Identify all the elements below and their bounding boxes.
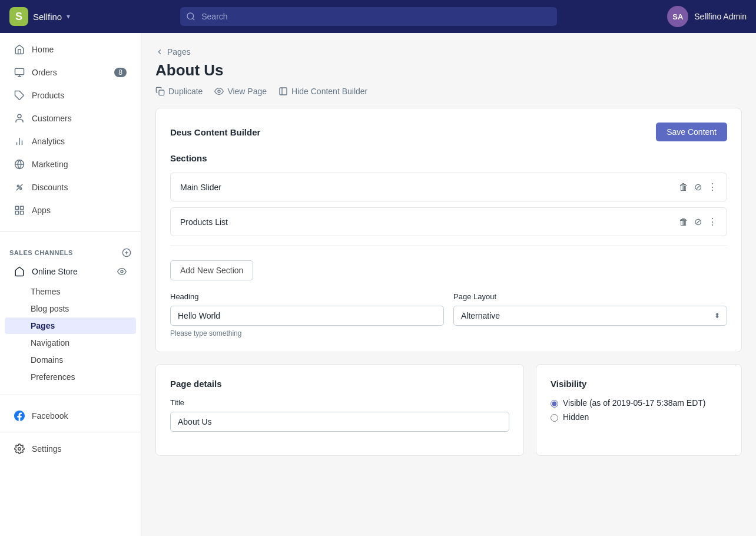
page-actions: Duplicate View Page Hide Content Builder [155, 87, 742, 96]
delete-main-slider-icon[interactable]: 🗑 [679, 182, 688, 193]
layout: Home Orders 8 Products Customers Analyti… [0, 33, 756, 536]
svg-rect-24 [159, 90, 164, 95]
sidebar-item-settings[interactable]: Settings [5, 438, 136, 460]
search-icon [186, 12, 195, 21]
visibility-main-slider-icon[interactable]: ⊘ [694, 181, 702, 193]
title-field-group: Title [170, 398, 509, 432]
settings-icon [14, 444, 25, 454]
sidebar-item-pages[interactable]: Pages [5, 317, 136, 334]
online-store-icon [14, 266, 25, 277]
sidebar-item-products[interactable]: Products [5, 84, 136, 107]
visibility-visible-label: Visible (as of 2019-05-17 5:38am EDT) [563, 398, 706, 408]
sidebar-item-marketing[interactable]: Marketing [5, 153, 136, 176]
sidebar-label-home: Home [32, 45, 54, 54]
duplicate-button[interactable]: Duplicate [155, 87, 203, 96]
sidebar-item-blog-posts[interactable]: Blog posts [5, 300, 136, 317]
section-row-main-slider: Main Slider 🗑 ⊘ ⋮ [170, 173, 727, 201]
apps-icon [14, 205, 25, 216]
breadcrumb[interactable]: Pages [155, 47, 742, 57]
svg-rect-26 [280, 88, 287, 95]
sidebar: Home Orders 8 Products Customers Analyti… [0, 33, 141, 536]
section-row-products-list: Products List 🗑 ⊘ ⋮ [170, 207, 727, 236]
sidebar-label-products: Products [32, 91, 64, 100]
orders-badge: 8 [114, 68, 127, 77]
visibility-title: Visibility [551, 379, 727, 389]
view-page-label: View Page [227, 87, 267, 96]
brand-chevron-icon[interactable]: ▾ [67, 12, 70, 21]
search-input[interactable] [180, 7, 557, 26]
sidebar-label-customers: Customers [32, 114, 72, 123]
sidebar-label-analytics: Analytics [32, 137, 65, 146]
page-details-title: Page details [170, 379, 509, 389]
svg-line-1 [193, 18, 194, 20]
section-name-products-list: Products List [180, 217, 228, 227]
customers-icon [14, 113, 25, 124]
visibility-radio-hidden[interactable] [551, 414, 558, 422]
builder-header: Deus Content Builder Save Content [170, 123, 727, 141]
sidebar-item-online-store[interactable]: Online Store [5, 260, 136, 283]
duplicate-icon [155, 87, 165, 96]
sidebar-footer: Settings [0, 432, 141, 465]
hide-builder-icon [278, 87, 288, 96]
visibility-radio-group: Visible (as of 2019-05-17 5:38am EDT) Hi… [551, 398, 727, 422]
sidebar-item-apps[interactable]: Apps [5, 199, 136, 221]
svg-point-25 [218, 90, 220, 92]
shopify-logo: S [9, 7, 28, 26]
sections-label: Sections [170, 153, 727, 163]
orders-icon [14, 67, 25, 78]
main-content: Pages About Us Duplicate View Page Hide … [141, 33, 756, 536]
back-arrow-icon [155, 48, 164, 56]
svg-point-0 [187, 13, 194, 19]
sidebar-item-analytics[interactable]: Analytics [5, 130, 136, 153]
visibility-hidden-label: Hidden [563, 412, 589, 422]
hide-builder-label: Hide Content Builder [291, 87, 367, 96]
search-container [180, 7, 557, 26]
view-page-button[interactable]: View Page [214, 87, 267, 96]
visibility-option-hidden: Hidden [551, 412, 727, 422]
sidebar-item-home[interactable]: Home [5, 38, 136, 61]
sidebar-item-preferences[interactable]: Preferences [5, 369, 136, 385]
title-field-input[interactable] [170, 412, 509, 432]
sidebar-item-discounts[interactable]: Discounts [5, 176, 136, 198]
facebook-icon [14, 411, 25, 421]
sidebar-item-orders[interactable]: Orders 8 [5, 61, 136, 84]
products-icon [14, 90, 25, 101]
breadcrumb-label: Pages [167, 47, 191, 57]
marketing-icon [14, 159, 25, 170]
page-layout-select[interactable]: Alternative Default Full Width [453, 306, 727, 326]
sidebar-item-navigation[interactable]: Navigation [5, 335, 136, 351]
svg-rect-2 [15, 68, 24, 75]
topnav: S Sellfino ▾ SA Sellfino Admin [0, 0, 756, 33]
add-sales-channel-icon[interactable] [122, 248, 131, 257]
delete-products-list-icon[interactable]: 🗑 [679, 217, 688, 227]
sidebar-item-domains[interactable]: Domains [5, 352, 136, 368]
save-content-button[interactable]: Save Content [656, 123, 727, 141]
add-new-section-button[interactable]: Add New Section [170, 260, 253, 280]
section-actions-main-slider: 🗑 ⊘ ⋮ [679, 181, 717, 193]
visibility-products-list-icon[interactable]: ⊘ [694, 216, 702, 227]
hide-content-builder-button[interactable]: Hide Content Builder [278, 87, 367, 96]
bottom-grid: Page details Title Visibility Visible (a… [155, 364, 742, 456]
admin-name: Sellfino Admin [694, 12, 747, 21]
content-builder-card: Deus Content Builder Save Content Sectio… [155, 108, 742, 352]
visibility-card: Visibility Visible (as of 2019-05-17 5:3… [536, 364, 742, 456]
drag-main-slider-icon[interactable]: ⋮ [708, 181, 717, 193]
svg-point-13 [20, 188, 22, 190]
heading-hint: Please type something [170, 329, 444, 338]
sidebar-label-apps: Apps [32, 206, 51, 215]
sidebar-item-facebook[interactable]: Facebook [5, 405, 136, 427]
settings-label: Settings [32, 444, 62, 454]
sidebar-label-marketing: Marketing [32, 160, 68, 169]
eye-icon [117, 267, 127, 276]
drag-products-list-icon[interactable]: ⋮ [708, 216, 717, 227]
sidebar-label-discounts: Discounts [32, 183, 68, 192]
page-details-card: Page details Title [155, 364, 524, 456]
builder-title: Deus Content Builder [170, 127, 260, 137]
duplicate-label: Duplicate [168, 87, 203, 96]
visibility-radio-visible[interactable] [551, 400, 558, 408]
heading-input[interactable] [170, 306, 444, 326]
sidebar-item-customers[interactable]: Customers [5, 107, 136, 130]
svg-rect-18 [21, 211, 24, 214]
page-layout-select-wrap: Alternative Default Full Width [453, 306, 727, 326]
sidebar-item-themes[interactable]: Themes [5, 283, 136, 300]
